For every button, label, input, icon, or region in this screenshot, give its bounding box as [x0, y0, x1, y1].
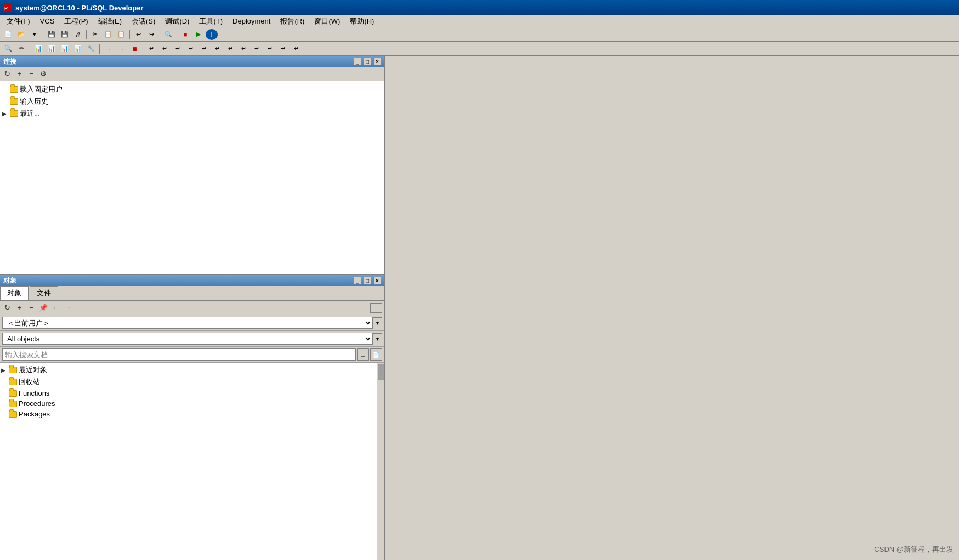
conn-refresh-icon[interactable]: ↻	[2, 69, 12, 79]
sep6	[30, 44, 30, 54]
step3-btn[interactable]: ↵	[172, 43, 184, 54]
arrow-right2[interactable]: →	[115, 43, 127, 54]
tree-item-fixed-users[interactable]: 载入固定用户	[2, 83, 382, 95]
conn-minimize-btn[interactable]: _	[354, 58, 361, 65]
filter-dropdown-arrow[interactable]: ▾	[372, 333, 382, 344]
step8-btn[interactable]: ↵	[237, 43, 249, 54]
copy-btn[interactable]: 📋	[102, 29, 114, 40]
label-recent: 最近...	[20, 108, 40, 118]
step6-btn[interactable]: ↵	[211, 43, 223, 54]
open-drop[interactable]: ▾	[29, 29, 41, 40]
menu-item-工程(P)[interactable]: 工程(P)	[60, 15, 92, 27]
tree-item-functions[interactable]: Functions	[1, 388, 383, 398]
paste-btn[interactable]: 📋	[115, 29, 127, 40]
menu-bar: 文件(F)VCS工程(P)编辑(E)会话(S)调试(D)工具(T)Deploym…	[0, 15, 959, 27]
menu-item-调试(D)[interactable]: 调试(D)	[161, 15, 194, 27]
connection-controls: _ □ ×	[354, 58, 381, 65]
step12-btn[interactable]: ↵	[290, 43, 302, 54]
menu-item-帮助(H)[interactable]: 帮助(H)	[345, 15, 378, 27]
step-btn[interactable]: ↵	[145, 43, 157, 54]
sep4	[160, 30, 160, 39]
db-btn[interactable]: 🔍	[2, 43, 14, 54]
compile-btn[interactable]: ■	[179, 29, 191, 40]
obj-forward-icon[interactable]: →	[63, 303, 72, 313]
db2-btn[interactable]: ✏	[15, 43, 27, 54]
undo-btn[interactable]: ↩	[132, 29, 144, 40]
obj-restore-btn[interactable]: □	[364, 277, 371, 284]
db7-btn[interactable]: 🔧	[85, 43, 97, 54]
open-btn[interactable]: 📂	[15, 29, 27, 40]
filter-dropdown[interactable]: All objects	[2, 333, 373, 345]
user-dropdown-row: ＜当前用户＞ ▾	[0, 315, 384, 331]
step9-btn[interactable]: ↵	[251, 43, 263, 54]
search-input[interactable]	[2, 348, 356, 361]
sep2	[86, 30, 87, 39]
db6-btn[interactable]: 📊	[72, 43, 84, 54]
object-title: 对象	[3, 276, 16, 285]
conn-settings-icon[interactable]: ⚙	[38, 69, 48, 79]
cut-btn[interactable]: ✂	[89, 29, 101, 40]
main-container: 连接 _ □ × ↻ + − ⚙ 载入固定用户	[0, 56, 959, 560]
obj-extra-btn[interactable]	[370, 303, 382, 313]
object-tree: ▶ 最近对象 回收站 Functions Procedur	[0, 363, 384, 560]
obj-back-icon[interactable]: ←	[50, 303, 60, 313]
search-file-btn[interactable]: 📄	[370, 348, 382, 361]
menu-item-报告(R)[interactable]: 报告(R)	[276, 15, 309, 27]
save-btn[interactable]: 💾	[46, 29, 58, 40]
save-all-btn[interactable]: 💾	[59, 29, 71, 40]
info-btn[interactable]: i	[206, 29, 218, 40]
step2-btn[interactable]: ↵	[158, 43, 171, 54]
scrollbar-thumb[interactable]	[378, 364, 384, 380]
tree-item-recent[interactable]: ▶ 最近...	[2, 107, 382, 119]
step11-btn[interactable]: ↵	[277, 43, 289, 54]
tab-files[interactable]: 文件	[30, 286, 58, 300]
folder-icon-recycle	[9, 379, 17, 385]
obj-add-icon[interactable]: +	[14, 303, 24, 313]
obj-close-btn[interactable]: ×	[373, 277, 381, 284]
conn-add-icon[interactable]: +	[14, 69, 24, 79]
sep1	[43, 30, 43, 39]
menu-item-文件(F)[interactable]: 文件(F)	[2, 15, 35, 27]
new-btn[interactable]: 📄	[2, 29, 14, 40]
menu-item-会话(S)[interactable]: 会话(S)	[127, 15, 160, 27]
conn-restore-btn[interactable]: □	[364, 58, 371, 65]
menu-item-工具(T)[interactable]: 工具(T)	[195, 15, 227, 27]
tab-objects[interactable]: 对象	[0, 286, 29, 300]
arrow-stop[interactable]: ⏹	[128, 43, 140, 54]
obj-minimize-btn[interactable]: _	[354, 277, 361, 284]
app-icon: P	[3, 3, 12, 12]
run-btn[interactable]: ▶	[192, 29, 205, 40]
conn-remove-icon[interactable]: −	[26, 69, 36, 79]
menu-item-VCS[interactable]: VCS	[36, 16, 59, 26]
tree-item-packages[interactable]: Packages	[1, 409, 383, 419]
print-btn[interactable]: 🖨	[72, 29, 84, 40]
obj-refresh-icon[interactable]: ↻	[2, 303, 12, 313]
conn-close-btn[interactable]: ×	[373, 58, 381, 65]
search-dots-btn[interactable]: ...	[357, 348, 369, 361]
obj-remove-icon[interactable]: −	[26, 303, 36, 313]
user-dropdown-arrow[interactable]: ▾	[372, 317, 382, 328]
find-btn[interactable]: 🔍	[162, 29, 174, 40]
tree-scrollbar[interactable]	[377, 363, 384, 560]
tree-item-recent-objects[interactable]: ▶ 最近对象	[1, 364, 383, 376]
db4-btn[interactable]: 📊	[46, 43, 58, 54]
tree-item-history[interactable]: 输入历史	[2, 95, 382, 107]
step4-btn[interactable]: ↵	[185, 43, 197, 54]
db3-btn[interactable]: 📊	[32, 43, 44, 54]
object-toolbar: ↻ + − 📌 ← →	[0, 301, 384, 315]
tree-item-procedures[interactable]: Procedures	[1, 398, 383, 409]
step5-btn[interactable]: ↵	[198, 43, 210, 54]
tree-item-recycle[interactable]: 回收站	[1, 376, 383, 388]
step10-btn[interactable]: ↵	[264, 43, 276, 54]
redo-btn[interactable]: ↪	[145, 29, 157, 40]
menu-item-Deployment[interactable]: Deployment	[228, 16, 275, 26]
obj-pin-icon[interactable]: 📌	[38, 303, 48, 313]
user-dropdown[interactable]: ＜当前用户＞	[2, 317, 373, 329]
menu-item-编辑(E)[interactable]: 编辑(E)	[94, 15, 126, 27]
db5-btn[interactable]: 📊	[59, 43, 71, 54]
step7-btn[interactable]: ↵	[224, 43, 236, 54]
label-recent-objects: 最近对象	[19, 365, 47, 375]
object-panel: 对象 _ □ × 对象 文件 ↻ + − 📌 ←	[0, 275, 384, 560]
menu-item-窗口(W)[interactable]: 窗口(W)	[310, 15, 344, 27]
arrow-right1[interactable]: →	[102, 43, 114, 54]
